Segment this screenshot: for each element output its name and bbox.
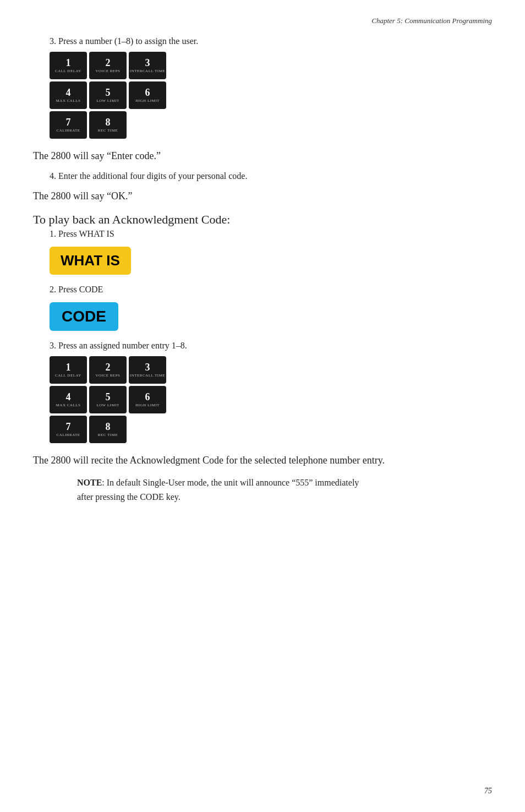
what-is-button[interactable]: WHAT IS (50, 247, 131, 275)
para2: The 2800 will say “OK.” (33, 189, 492, 204)
key2-7[interactable]: 7 CALIBRATE (50, 416, 87, 443)
key2-3[interactable]: 3 INTERCALL TIME (129, 356, 166, 384)
key2-6[interactable]: 6 HIGH LIMIT (129, 386, 166, 413)
key-1[interactable]: 1 CALL DELAY (50, 52, 87, 79)
step3b-text: 3. Press an assigned number entry 1–8. (50, 341, 492, 351)
key-8[interactable]: 8 REC TIME (89, 111, 127, 139)
code-button[interactable]: CODE (50, 302, 118, 331)
key-3[interactable]: 3 INTERCALL TIME (129, 52, 166, 79)
key2-4[interactable]: 4 MAX CALLS (50, 386, 87, 413)
para1: The 2800 will say “Enter code.” (33, 149, 492, 164)
key-5[interactable]: 5 LOW LIMIT (89, 81, 127, 109)
key-4[interactable]: 4 MAX CALLS (50, 81, 87, 109)
keypad-grid-2: 1 CALL DELAY 2 VOICE REPS 3 INTERCALL TI… (50, 356, 492, 443)
step1-text: 1. Press WHAT IS (50, 229, 492, 239)
note-text: : In default Single-User mode, the unit … (77, 478, 359, 502)
key2-5[interactable]: 5 LOW LIMIT (89, 386, 127, 413)
key-6[interactable]: 6 HIGH LIMIT (129, 81, 166, 109)
step2-text: 2. Press CODE (50, 285, 492, 295)
key2-2[interactable]: 2 VOICE REPS (89, 356, 127, 384)
note-bold: NOTE (77, 478, 102, 487)
step4-text: 4. Enter the additional four digits of y… (50, 171, 492, 181)
note-box: NOTE: In default Single-User mode, the u… (77, 476, 374, 504)
key2-8[interactable]: 8 REC TIME (89, 416, 127, 443)
section2-heading: To play back an Acknowledgment Code: (33, 212, 492, 227)
keypad-grid-1: 1 CALL DELAY 2 VOICE REPS 3 INTERCALL TI… (50, 52, 492, 139)
key-2[interactable]: 2 VOICE REPS (89, 52, 127, 79)
page-number: 75 (484, 787, 492, 795)
para3: The 2800 will recite the Acknowledgment … (33, 453, 492, 468)
key2-1[interactable]: 1 CALL DELAY (50, 356, 87, 384)
step3-text: 3. Press a number (1–8) to assign the us… (50, 36, 492, 46)
chapter-header: Chapter 5: Communication Programming (33, 17, 492, 25)
key-7[interactable]: 7 CALIBRATE (50, 111, 87, 139)
